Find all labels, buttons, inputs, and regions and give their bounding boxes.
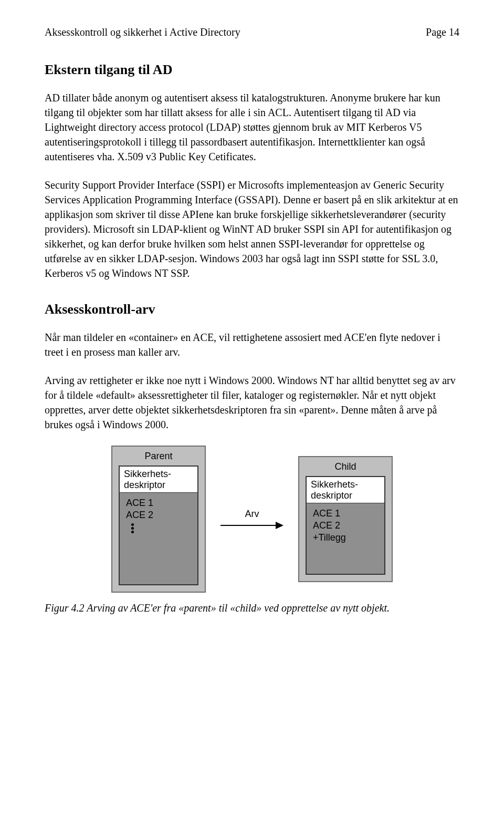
child-sd-label-line2: deskriptor <box>311 490 352 501</box>
arrow-label: Arv <box>245 509 259 520</box>
figure-caption: Figur 4.2 Arving av ACE'er fra «parent» … <box>45 602 459 614</box>
section2-paragraph2: Arving av rettigheter er ikke noe nytt i… <box>45 373 459 432</box>
child-ace2: ACE 2 <box>313 520 378 532</box>
parent-title: Parent <box>112 447 205 466</box>
ellipsis-dots <box>131 523 191 533</box>
section2-paragraph1: Når man tildeler en «container» en ACE, … <box>45 330 459 359</box>
page: Aksesskontroll og sikkerhet i Active Dir… <box>0 0 504 817</box>
child-title: Child <box>299 457 392 476</box>
dot-icon <box>131 523 134 526</box>
child-sd-label-line1: Sikkerhets- <box>311 479 358 490</box>
header-title: Aksesskontroll og sikkerhet i Active Dir… <box>45 26 240 38</box>
parent-sd-label-line2: deskriptor <box>124 480 165 490</box>
parent-sd-header: Sikkerhets- deskriptor <box>120 467 197 493</box>
arrow-group: Arv <box>220 509 284 530</box>
child-object-box: Child Sikkerhets- deskriptor ACE 1 ACE 2… <box>298 456 393 582</box>
child-ace-list: ACE 1 ACE 2 +Tillegg <box>307 503 384 574</box>
child-ace1: ACE 1 <box>313 508 378 520</box>
svg-marker-1 <box>276 522 284 529</box>
section1-title: Ekstern tilgang til AD <box>45 62 459 78</box>
section1-paragraph2-a: Security Support Provider Interface (SSP… <box>45 179 458 264</box>
parent-ace1: ACE 1 <box>126 498 191 509</box>
figure-container: Parent Sikkerhets- deskriptor ACE 1 ACE … <box>45 446 459 593</box>
section1-paragraph2: Security Support Provider Interface (SSP… <box>45 178 459 281</box>
child-ace3: +Tillegg <box>313 532 378 544</box>
child-security-descriptor: Sikkerhets- deskriptor ACE 1 ACE 2 +Till… <box>306 476 385 575</box>
inheritance-figure: Parent Sikkerhets- deskriptor ACE 1 ACE … <box>111 446 393 593</box>
header-page-number: Page 14 <box>426 26 459 38</box>
parent-ace-list: ACE 1 ACE 2 <box>120 493 197 584</box>
parent-sd-label-line1: Sikkerhets- <box>124 469 171 479</box>
parent-security-descriptor: Sikkerhets- deskriptor ACE 1 ACE 2 <box>119 466 198 585</box>
dot-icon <box>131 527 134 530</box>
child-sd-header: Sikkerhets- deskriptor <box>307 477 384 503</box>
page-header: Aksesskontroll og sikkerhet i Active Dir… <box>45 26 459 38</box>
section1-paragraph1: AD tillater både anonym og autentisert a… <box>45 90 459 164</box>
parent-ace2: ACE 2 <box>126 510 191 521</box>
arrow-icon <box>220 521 284 530</box>
dot-icon <box>131 531 134 533</box>
parent-object-box: Parent Sikkerhets- deskriptor ACE 1 ACE … <box>111 446 206 593</box>
section2-title: Aksesskontroll-arv <box>45 302 459 317</box>
